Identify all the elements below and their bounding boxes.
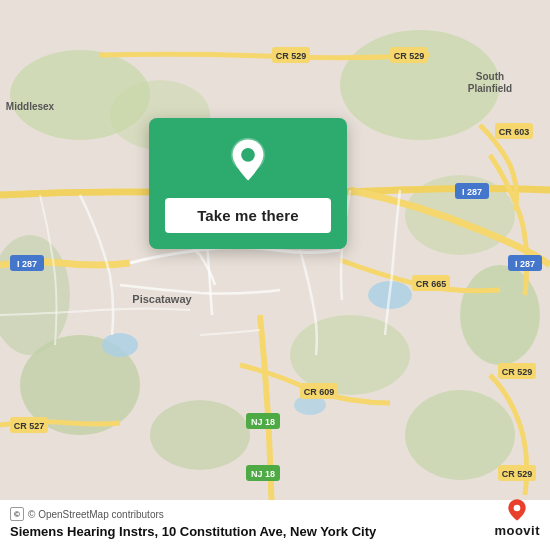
bottom-bar: © © OpenStreetMap contributors Siemens H… <box>0 500 550 550</box>
svg-point-48 <box>514 505 521 512</box>
location-pin-icon <box>224 136 272 184</box>
svg-text:CR 529: CR 529 <box>502 367 533 377</box>
svg-text:CR 609: CR 609 <box>304 387 335 397</box>
svg-text:CR 529: CR 529 <box>502 469 533 479</box>
svg-text:I 287: I 287 <box>462 187 482 197</box>
svg-text:South: South <box>476 71 504 82</box>
svg-text:NJ 18: NJ 18 <box>251 417 275 427</box>
svg-point-47 <box>241 148 255 162</box>
take-me-there-button[interactable]: Take me there <box>165 198 331 233</box>
moovit-logo: moovit <box>494 497 540 538</box>
svg-text:NJ 18: NJ 18 <box>251 469 275 479</box>
svg-text:CR 665: CR 665 <box>416 279 447 289</box>
location-name: Siemens Hearing Instrs, 10 Constitution … <box>10 524 540 541</box>
svg-text:Middlesex: Middlesex <box>6 101 55 112</box>
svg-text:I 287: I 287 <box>17 259 37 269</box>
svg-text:CR 529: CR 529 <box>394 51 425 61</box>
svg-point-11 <box>102 333 138 357</box>
svg-text:I 287: I 287 <box>515 259 535 269</box>
attribution: © © OpenStreetMap contributors <box>10 507 540 521</box>
map-container: CR 529 I 287 I 287 CR 529 I 287 I 287 CR… <box>0 0 550 550</box>
svg-text:CR 603: CR 603 <box>499 127 530 137</box>
svg-text:CR 527: CR 527 <box>14 421 45 431</box>
map-background: CR 529 I 287 I 287 CR 529 I 287 I 287 CR… <box>0 0 550 550</box>
svg-text:CR 529: CR 529 <box>276 51 307 61</box>
svg-point-8 <box>150 400 250 470</box>
svg-text:Plainfield: Plainfield <box>468 83 512 94</box>
action-card: Take me there <box>149 118 347 249</box>
moovit-text: moovit <box>494 523 540 538</box>
osm-logo: © <box>10 507 24 521</box>
moovit-pin-icon <box>507 497 527 523</box>
svg-text:Piscataway: Piscataway <box>132 293 192 305</box>
attribution-text: © OpenStreetMap contributors <box>28 509 164 520</box>
